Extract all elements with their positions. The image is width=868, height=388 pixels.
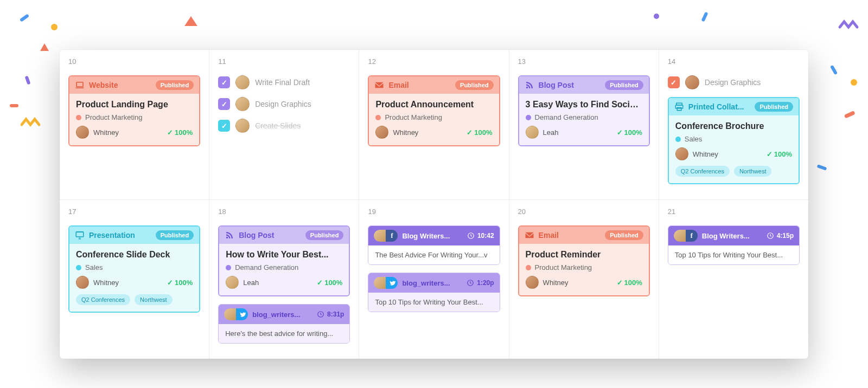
- day-21[interactable]: 21 f Blog Writers... 4:15p Top 10 Tips f…: [659, 200, 808, 359]
- day-number: 19: [368, 208, 500, 216]
- card-category: Product Marketing: [385, 113, 442, 121]
- day-17[interactable]: 17 Presentation Published Conference Sli…: [60, 200, 209, 359]
- card-product-reminder[interactable]: Email Published Product Reminder Product…: [518, 225, 650, 296]
- status-badge: Published: [156, 230, 194, 240]
- tag-northwest[interactable]: Northwest: [734, 166, 772, 177]
- day-14[interactable]: 14 ✓ Design Graphics Printed Collat... P…: [659, 50, 808, 199]
- day-number: 10: [68, 57, 200, 66]
- assignee-name: Leah: [243, 279, 259, 287]
- day-number: 14: [668, 57, 800, 66]
- avatar: [76, 276, 89, 289]
- social-text: Here's the best advice for writing...: [219, 324, 349, 343]
- svg-rect-6: [24, 75, 30, 85]
- avatar: [675, 147, 688, 160]
- account-pill: [224, 308, 248, 320]
- day-number: 18: [218, 208, 350, 216]
- avatar: [526, 276, 539, 289]
- card-blog-how-to-write[interactable]: Blog Post Published How to Write Your Be…: [218, 225, 350, 296]
- day-number: 11: [218, 57, 350, 66]
- status-badge: Published: [305, 230, 344, 240]
- task-design-graphics[interactable]: ✓ Design Graphics: [218, 97, 350, 111]
- card-title: How to Write Your Best...: [226, 249, 342, 260]
- day-19[interactable]: 19 f Blog Writers... 10:42 The Best Advi…: [359, 200, 509, 359]
- social-account: blog_writers...: [402, 279, 462, 287]
- card-conference-slide-deck[interactable]: Presentation Published Conference Slide …: [68, 225, 200, 313]
- svg-rect-10: [844, 111, 856, 119]
- social-account: Blog Writers...: [702, 232, 762, 240]
- day-13[interactable]: 13 Blog Post Published 3 Easy Ways to Fi…: [509, 50, 659, 199]
- social-text: Top 10 Tips for Writing Your Best...: [368, 293, 499, 312]
- tag-q2[interactable]: Q2 Conferences: [76, 294, 130, 305]
- svg-point-3: [654, 14, 659, 19]
- rss-icon: [525, 80, 534, 90]
- avatar: [526, 126, 539, 139]
- svg-point-14: [526, 87, 527, 88]
- social-time: 8:31p: [317, 311, 344, 318]
- card-category: Demand Generation: [235, 263, 298, 271]
- calendar-row-1: 10 Website Published Product Landing Pag…: [60, 50, 808, 200]
- card-conference-brochure[interactable]: Printed Collat... Published Conference B…: [668, 97, 800, 184]
- svg-rect-8: [830, 65, 838, 75]
- account-pill: [374, 277, 398, 289]
- assignee-name: Whitney: [93, 128, 119, 137]
- social-text: The Best Advice For Writing Your...v: [368, 245, 499, 264]
- status-badge: Published: [605, 80, 643, 90]
- email-icon: [374, 80, 384, 90]
- card-title: Product Landing Page: [76, 99, 193, 110]
- task-label: Write Final Draft: [255, 78, 310, 87]
- email-icon: [525, 230, 534, 240]
- card-title: Conference Brochure: [675, 121, 792, 132]
- status-badge: Published: [455, 80, 494, 90]
- svg-marker-2: [184, 16, 197, 26]
- day-11[interactable]: 11 ✓ Write Final Draft ✓ Design Graphics…: [209, 50, 359, 199]
- assignee-name: Leah: [543, 128, 559, 137]
- social-card-twitter-19b[interactable]: blog_writers... 1:20p Top 10 Tips for Wr…: [368, 273, 500, 312]
- task-write-final-draft[interactable]: ✓ Write Final Draft: [218, 75, 350, 89]
- day-number: 21: [668, 208, 800, 216]
- svg-rect-4: [701, 12, 708, 22]
- progress-pct: 100%: [617, 128, 642, 137]
- card-blog-social[interactable]: Blog Post Published 3 Easy Ways to Find …: [518, 75, 650, 146]
- facebook-icon: f: [686, 230, 698, 242]
- day-12[interactable]: 12 Email Published Product Announcement …: [359, 50, 509, 199]
- progress-pct: 100%: [317, 279, 342, 287]
- tag-northwest[interactable]: Northwest: [135, 294, 173, 305]
- day-10[interactable]: 10 Website Published Product Landing Pag…: [60, 50, 209, 199]
- assignee-name: Whitney: [393, 128, 418, 137]
- social-text: Top 10 Tips for Writing Your Best...: [668, 245, 799, 264]
- assignee-name: Whitney: [93, 279, 119, 287]
- svg-rect-13: [76, 82, 83, 87]
- assignee-name: Whitney: [693, 150, 718, 158]
- twitter-icon: [386, 277, 398, 289]
- social-account: Blog Writers...: [402, 232, 463, 240]
- card-category: Product Marketing: [535, 263, 592, 271]
- social-card-twitter-18[interactable]: blog_writers... 8:31p Here's the best ad…: [218, 304, 350, 344]
- task-label: Create Slides: [255, 121, 301, 130]
- status-badge: Published: [605, 230, 643, 240]
- card-type-label: Website: [89, 81, 118, 89]
- day-20[interactable]: 20 Email Published Product Reminder Prod…: [509, 200, 659, 359]
- card-category: Product Marketing: [85, 113, 143, 121]
- card-product-landing[interactable]: Website Published Product Landing Page P…: [68, 75, 200, 146]
- task-create-slides[interactable]: ✓ Create Slides: [218, 119, 350, 133]
- card-product-announcement[interactable]: Email Published Product Announcement Pro…: [368, 75, 500, 146]
- social-card-facebook-21[interactable]: f Blog Writers... 4:15p Top 10 Tips for …: [668, 225, 800, 265]
- day-number: 17: [68, 208, 200, 216]
- status-badge: Published: [755, 102, 793, 112]
- card-type-label: Blog Post: [539, 81, 574, 89]
- day-18[interactable]: 18 Blog Post Published How to Write Your…: [209, 200, 359, 359]
- card-type-label: Email: [539, 231, 559, 240]
- progress-pct: 100%: [767, 150, 792, 158]
- checkbox-icon[interactable]: ✓: [218, 120, 230, 132]
- tag-q2[interactable]: Q2 Conferences: [675, 166, 730, 177]
- task-design-graphics-14[interactable]: ✓ Design Graphics: [668, 75, 800, 89]
- social-card-facebook-19a[interactable]: f Blog Writers... 10:42 The Best Advice …: [368, 225, 500, 265]
- checkbox-icon[interactable]: ✓: [218, 76, 230, 88]
- card-type-label: Blog Post: [239, 231, 274, 240]
- checkbox-icon[interactable]: ✓: [668, 76, 680, 88]
- svg-rect-0: [20, 14, 29, 22]
- card-title: Product Reminder: [526, 249, 642, 260]
- checkbox-icon[interactable]: ✓: [218, 98, 230, 110]
- day-number: 20: [518, 208, 650, 216]
- facebook-icon: f: [386, 230, 398, 242]
